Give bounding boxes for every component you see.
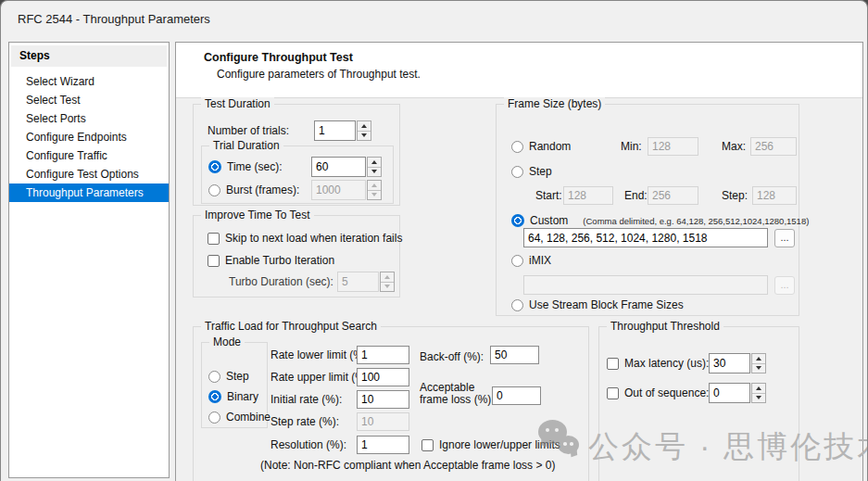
custom-browse-button[interactable]: ... — [774, 229, 795, 247]
spin-up-button[interactable] — [752, 384, 765, 393]
initial-rate-label-row: Initial rate (%): — [270, 390, 342, 409]
burst-frames-radio[interactable] — [208, 184, 220, 196]
mode-step-row: Step — [208, 367, 249, 386]
spin-buttons — [357, 120, 371, 141]
sidebar-item-select-ports[interactable]: Select Ports — [9, 109, 169, 128]
page-subtitle: Configure parameters of Throughput test. — [217, 68, 421, 81]
max-latency-stepper[interactable] — [709, 353, 766, 373]
imix-browse-button: ... — [774, 276, 795, 295]
rate-upper-field[interactable] — [357, 368, 409, 386]
up-arrow-icon — [756, 357, 761, 361]
time-sec-radio[interactable] — [208, 160, 221, 173]
number-of-trials-stepper[interactable] — [314, 120, 371, 141]
spin-up-button[interactable] — [752, 354, 765, 363]
spin-buttons — [751, 353, 766, 373]
out-of-sequence-stepper[interactable] — [709, 383, 766, 403]
mode-legend: Mode — [209, 335, 245, 348]
frame-loss-field[interactable] — [492, 386, 541, 405]
resolution-field[interactable] — [357, 436, 409, 454]
down-arrow-icon — [371, 193, 377, 196]
up-arrow-icon — [756, 386, 761, 390]
initial-rate-label: Initial rate (%): — [270, 393, 342, 406]
sidebar-item-select-wizard[interactable]: Select Wizard — [9, 72, 169, 91]
custom-sizes-input[interactable] — [523, 228, 768, 247]
dialog-window: RFC 2544 - Throughput Parameters Steps S… — [0, 0, 868, 481]
custom-radio[interactable] — [511, 214, 524, 227]
down-arrow-icon — [384, 285, 390, 288]
step-rate-label-row: Step rate (%): — [270, 412, 339, 431]
title-bar: RFC 2544 - Throughput Parameters — [1, 1, 867, 38]
spin-down-button[interactable] — [358, 131, 371, 141]
enable-turbo-checkbox[interactable] — [208, 255, 220, 267]
non-rfc-note: (Note: Non-RFC compliant when Acceptable… — [260, 459, 555, 472]
frame-loss-label: Acceptable frame loss (%): — [420, 382, 495, 406]
time-sec-stepper[interactable] — [311, 157, 382, 177]
min-field — [648, 137, 698, 156]
spin-up-button — [381, 272, 394, 282]
step-size-label-row: Step: — [722, 186, 748, 205]
rate-lower-field[interactable] — [357, 346, 409, 364]
improve-time-legend: Improve Time To Test — [201, 209, 314, 222]
spin-down-button[interactable] — [368, 167, 381, 177]
steps-header: Steps — [11, 45, 167, 67]
start-field — [563, 186, 613, 205]
number-of-trials-input[interactable] — [314, 120, 356, 141]
skip-next-load-checkbox[interactable] — [208, 233, 220, 245]
max-latency-checkbox[interactable] — [607, 358, 619, 370]
sidebar-item-configure-test-options[interactable]: Configure Test Options — [9, 165, 169, 184]
min-label: Min: — [621, 140, 642, 153]
sidebar-item-select-test[interactable]: Select Test — [9, 91, 169, 109]
rate-lower-label-row: Rate lower limit (%): — [270, 346, 370, 364]
steps-sidebar: Steps Select Wizard Select Test Select P… — [8, 42, 170, 478]
end-field — [648, 186, 698, 205]
backoff-field[interactable] — [490, 346, 539, 364]
traffic-load-group: Traffic Load for Throughput Search Mode … — [193, 326, 589, 481]
frame-loss-label-line2: frame loss (%): — [420, 394, 495, 406]
mode-binary-radio[interactable] — [208, 390, 221, 403]
spin-down-button[interactable] — [752, 363, 765, 373]
spin-up-button[interactable] — [358, 121, 371, 131]
spin-buttons — [751, 383, 766, 403]
rate-lower-label: Rate lower limit (%): — [270, 348, 370, 361]
stream-block-label: Use Stream Block Frame Sizes — [529, 298, 684, 311]
imix-input — [523, 275, 768, 295]
mode-combine-radio[interactable] — [208, 411, 220, 424]
ignore-limits-checkbox[interactable] — [421, 439, 434, 451]
spin-buttons — [367, 157, 382, 177]
mode-step-radio[interactable] — [208, 371, 220, 383]
throughput-threshold-legend: Throughput Threshold — [607, 320, 723, 333]
down-arrow-icon — [756, 366, 761, 370]
up-arrow-icon — [371, 160, 377, 164]
burst-frames-stepper — [311, 180, 382, 200]
end-label-row: End: — [624, 186, 648, 205]
spin-up-button — [368, 181, 381, 190]
traffic-load-legend: Traffic Load for Throughput Search — [201, 320, 381, 333]
wechat-icon — [538, 418, 586, 462]
skip-next-load-row: Skip to next load when iteration fails — [208, 229, 402, 247]
out-of-sequence-checkbox[interactable] — [607, 387, 619, 399]
step-size-field — [752, 186, 797, 205]
frame-size-legend: Frame Size (bytes) — [504, 97, 605, 110]
frame-size-group: Frame Size (bytes) Random Min: Max: Step… — [496, 104, 799, 316]
stream-block-radio[interactable] — [511, 299, 523, 311]
imix-radio[interactable] — [511, 255, 523, 267]
max-latency-input[interactable] — [709, 353, 750, 373]
turbo-duration-row: Turbo Duration (sec): — [229, 272, 333, 291]
sidebar-item-configure-endpoints[interactable]: Configure Endpoints — [9, 128, 169, 146]
resolution-label-row: Resolution (%): — [270, 436, 346, 454]
spin-down-button[interactable] — [752, 393, 765, 403]
spin-up-button[interactable] — [368, 158, 381, 167]
sidebar-item-throughput-parameters[interactable]: Throughput Parameters — [9, 184, 169, 202]
step-radio[interactable] — [511, 166, 523, 178]
sidebar-item-configure-traffic[interactable]: Configure Traffic — [9, 146, 169, 165]
random-radio[interactable] — [511, 141, 523, 153]
out-of-sequence-input[interactable] — [709, 383, 750, 403]
mode-binary-row: Binary — [208, 387, 258, 406]
mode-step-label: Step — [226, 370, 249, 383]
step-rate-field — [357, 412, 409, 431]
down-arrow-icon — [361, 133, 367, 137]
initial-rate-field[interactable] — [357, 390, 409, 409]
imix-label: iMIX — [529, 254, 551, 267]
time-sec-input[interactable] — [311, 157, 366, 177]
max-label: Max: — [722, 140, 746, 153]
